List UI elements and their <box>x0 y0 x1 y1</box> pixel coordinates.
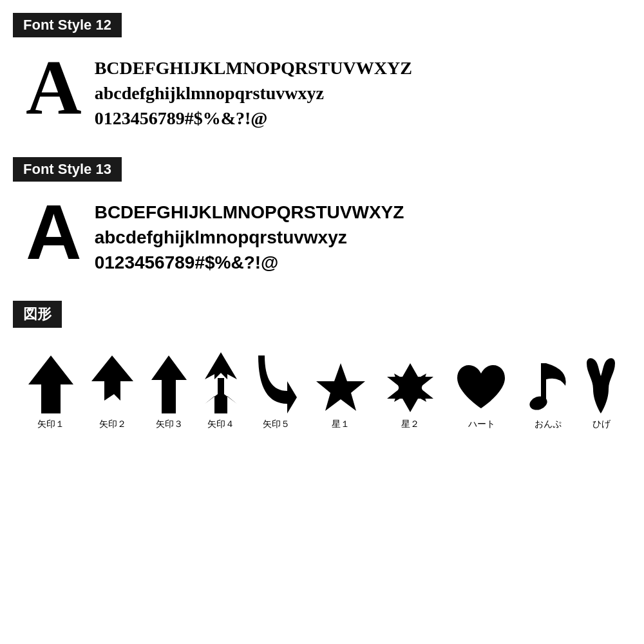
shape-mustache: ひげ <box>587 357 616 430</box>
font-style-12-section: Font Style 12 A BCDEFGHIJKLMNOPQRSTUVWXY… <box>13 13 631 131</box>
svg-marker-0 <box>28 355 73 413</box>
font-style-13-big-letter: A <box>26 193 82 270</box>
svg-rect-3 <box>218 378 224 413</box>
arrow2-label: 矢印２ <box>99 419 126 430</box>
svg-marker-1 <box>91 355 133 401</box>
font-style-13-line-1: BCDEFGHIJKLMNOPQRSTUVWXYZ <box>95 200 404 225</box>
font-style-12-big-letter: A <box>26 49 82 126</box>
page: Font Style 12 A BCDEFGHIJKLMNOPQRSTUVWXY… <box>0 0 644 443</box>
star2-label: 星２ <box>401 419 419 430</box>
font-style-13-label: Font Style 13 <box>13 157 122 182</box>
shape-heart: ハート <box>454 362 509 430</box>
font-style-12-line-1: BCDEFGHIJKLMNOPQRSTUVWXYZ <box>95 55 412 80</box>
arrow3-icon <box>151 355 187 413</box>
svg-rect-10 <box>541 363 546 401</box>
svg-marker-5 <box>205 394 218 413</box>
font-style-13-char-lines: BCDEFGHIJKLMNOPQRSTUVWXYZ abcdefghijklmn… <box>95 193 404 276</box>
heart-icon <box>454 362 509 413</box>
shape-arrow2: 矢印２ <box>91 355 133 430</box>
arrow1-icon <box>28 355 73 413</box>
svg-marker-7 <box>316 363 365 411</box>
arrow5-label: 矢印５ <box>263 419 290 430</box>
arrow3-label: 矢印３ <box>156 419 183 430</box>
font-style-12-line-3: 0123456789#$%&?!@ <box>95 106 412 131</box>
star1-label: 星１ <box>332 419 350 430</box>
font-style-13-section: Font Style 13 A BCDEFGHIJKLMNOPQRSTUVWXY… <box>13 157 631 276</box>
star2-icon <box>384 362 436 413</box>
font-style-12-char-lines: BCDEFGHIJKLMNOPQRSTUVWXYZ abcdefghijklmn… <box>95 49 412 131</box>
shapes-grid: 矢印１ 矢印２ 矢印３ <box>13 339 631 430</box>
arrow4-icon <box>205 352 237 413</box>
shapes-label: 図形 <box>13 301 62 328</box>
music-icon <box>527 357 569 413</box>
shape-star2: 星２ <box>384 362 436 430</box>
font-style-12-label: Font Style 12 <box>13 13 122 37</box>
star1-icon <box>315 362 366 413</box>
arrow2-icon <box>91 355 133 413</box>
mustache-label: ひげ <box>592 419 611 430</box>
svg-marker-6 <box>224 394 237 413</box>
heart-label: ハート <box>468 419 495 430</box>
shape-music: おんぷ <box>527 357 569 430</box>
shape-arrow3: 矢印３ <box>151 355 187 430</box>
font-style-13-line-3: 0123456789#$%&?!@ <box>95 250 404 275</box>
mustache-icon <box>587 357 616 413</box>
svg-marker-2 <box>151 355 187 413</box>
font-style-13-line-2: abcdefghijklmnopqrstuvwxyz <box>95 225 404 250</box>
shape-arrow5: 矢印５ <box>255 355 297 430</box>
arrow1-label: 矢印１ <box>37 419 64 430</box>
arrow5-icon <box>255 355 297 413</box>
font-style-12-demo: A BCDEFGHIJKLMNOPQRSTUVWXYZ abcdefghijkl… <box>13 49 631 131</box>
arrow4-label: 矢印４ <box>207 419 234 430</box>
music-label: おんぷ <box>535 419 562 430</box>
font-style-12-line-2: abcdefghijklmnopqrstuvwxyz <box>95 80 412 106</box>
shape-arrow1: 矢印１ <box>28 355 73 430</box>
shape-star1: 星１ <box>315 362 366 430</box>
font-style-13-demo: A BCDEFGHIJKLMNOPQRSTUVWXYZ abcdefghijkl… <box>13 193 631 276</box>
svg-marker-4 <box>205 352 237 379</box>
shapes-section: 図形 矢印１ 矢印２ <box>13 301 631 430</box>
shape-arrow4: 矢印４ <box>205 352 237 430</box>
